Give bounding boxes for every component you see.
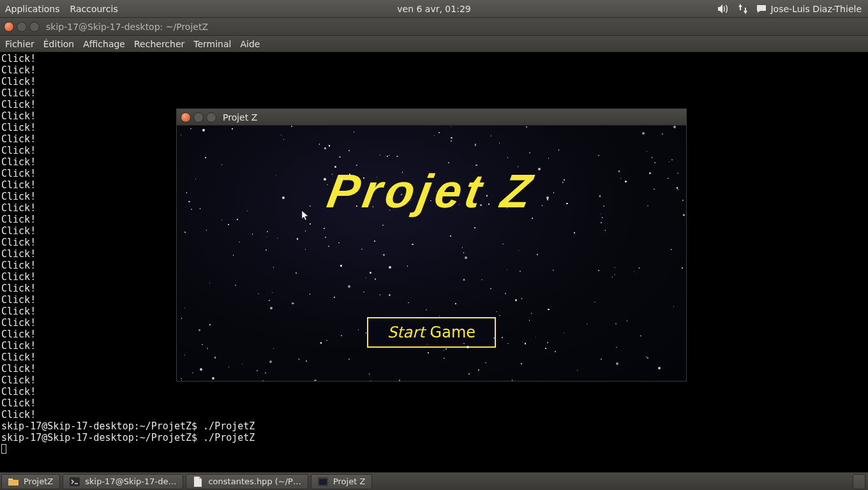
star: [281, 135, 282, 136]
star: [266, 237, 267, 238]
star: [387, 156, 389, 158]
star: [480, 204, 482, 206]
star: [428, 352, 429, 353]
star: [292, 302, 294, 304]
star: [553, 192, 555, 193]
game-titlebar[interactable]: Projet Z: [177, 109, 686, 126]
star: [383, 254, 385, 256]
star: [324, 147, 326, 149]
star: [507, 157, 509, 158]
star: [658, 367, 661, 369]
star: [291, 126, 292, 127]
network-icon[interactable]: [733, 0, 752, 18]
show-desktop-button[interactable]: [853, 474, 865, 489]
star: [366, 278, 367, 279]
maximize-button[interactable]: [206, 112, 216, 122]
menu-view[interactable]: Affichage: [83, 39, 125, 49]
window-controls: [4, 22, 40, 32]
star: [678, 189, 679, 190]
star: [450, 235, 451, 237]
star: [273, 267, 274, 268]
user-menu[interactable]: Jose-Luis Diaz-Thiele: [752, 4, 868, 14]
star: [430, 334, 431, 335]
star: [270, 307, 273, 309]
star: [348, 285, 350, 288]
game-window-title: Projet Z: [223, 112, 257, 122]
terminal-titlebar[interactable]: skip-17@Skip-17-desktop: ~/ProjetZ: [0, 18, 868, 36]
app-icon: [318, 477, 328, 487]
star: [239, 242, 240, 243]
star: [266, 249, 267, 251]
task-button[interactable]: skip-17@Skip-17-de…: [63, 474, 183, 489]
close-button[interactable]: [181, 112, 191, 122]
star: [455, 303, 456, 304]
star: [603, 205, 604, 207]
star: [358, 329, 359, 330]
star: [205, 157, 206, 158]
star: [338, 242, 340, 244]
shortcuts-menu[interactable]: Raccourcis: [65, 4, 123, 14]
task-button[interactable]: constantes.hpp (~/P…: [186, 474, 308, 489]
star: [242, 364, 243, 365]
start-label-1: Start: [387, 323, 425, 341]
minimize-button[interactable]: [17, 22, 27, 32]
star: [520, 271, 521, 272]
task-button[interactable]: ProjetZ: [1, 474, 60, 489]
menu-search[interactable]: Rechercher: [134, 39, 184, 49]
star: [654, 162, 655, 163]
star: [502, 244, 504, 245]
applications-menu[interactable]: Applications: [0, 4, 65, 14]
task-button[interactable]: Projet Z: [311, 474, 372, 489]
star: [529, 320, 530, 321]
folder-icon: [8, 477, 19, 487]
star: [294, 303, 295, 304]
star: [380, 294, 381, 295]
star: [671, 160, 673, 161]
star: [375, 278, 377, 280]
start-game-button[interactable]: Start Game: [367, 317, 496, 348]
star: [601, 214, 602, 215]
star: [186, 192, 188, 193]
star: [654, 189, 655, 190]
star: [184, 355, 186, 356]
close-button[interactable]: [4, 22, 14, 32]
panel-clock[interactable]: ven 6 avr, 01:29: [397, 4, 470, 14]
star: [526, 126, 527, 128]
star: [618, 170, 620, 172]
star: [669, 161, 670, 163]
star: [445, 348, 447, 350]
star: [493, 338, 495, 339]
menu-edit[interactable]: Édition: [43, 39, 74, 49]
star: [233, 255, 234, 256]
star: [299, 359, 300, 360]
star: [327, 184, 328, 186]
star: [191, 209, 192, 210]
star: [190, 128, 191, 130]
star: [348, 359, 350, 360]
star: [521, 298, 523, 299]
star: [354, 131, 355, 133]
star: [262, 380, 264, 381]
star: [673, 306, 675, 308]
star: [594, 302, 595, 303]
sound-icon[interactable]: [714, 0, 733, 18]
menu-terminal[interactable]: Terminal: [193, 39, 231, 49]
menu-file[interactable]: Fichier: [5, 39, 34, 49]
star: [505, 293, 506, 294]
star: [598, 155, 599, 156]
star: [334, 166, 336, 168]
star: [407, 265, 408, 267]
chat-icon: [756, 4, 767, 13]
menu-help[interactable]: Aide: [240, 39, 260, 49]
maximize-button[interactable]: [29, 22, 40, 32]
star: [496, 311, 497, 313]
star: [401, 194, 402, 195]
star: [310, 205, 311, 207]
star: [348, 150, 350, 151]
star: [548, 309, 550, 311]
minimize-button[interactable]: [193, 112, 204, 122]
star: [209, 283, 211, 284]
window-controls: [181, 112, 216, 122]
star: [389, 155, 390, 156]
star: [639, 267, 640, 269]
